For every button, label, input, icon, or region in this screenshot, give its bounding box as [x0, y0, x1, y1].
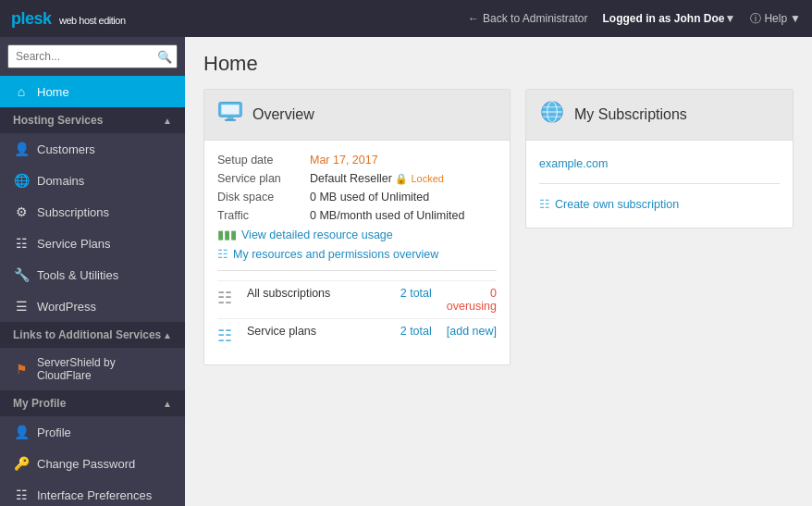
topbar-right: ← Back to Administrator Logged in as Joh…	[468, 11, 801, 27]
chevron-up-icon-2: ▲	[163, 330, 172, 340]
chevron-up-icon: ▲	[163, 116, 172, 126]
list-check-icon: ☷	[217, 247, 228, 261]
disk-space-row: Disk space 0 MB used of Unlimited	[217, 191, 497, 204]
example-com-link[interactable]: example.com	[539, 154, 780, 174]
sidebar-section-hosting[interactable]: Hosting Services ▲	[0, 107, 185, 133]
stat-count-service-plans[interactable]: 2 total	[400, 325, 432, 338]
svg-rect-1	[221, 105, 239, 115]
main-layout: 🔍 ⌂ Home Hosting Services ▲ 👤 Customers …	[0, 37, 812, 506]
sidebar-item-servershield[interactable]: ⚑ ServerShield by CloudFlare	[0, 348, 185, 390]
sidebar-search-area: 🔍	[0, 37, 185, 76]
service-plans-stat-icon: ☷	[217, 326, 240, 346]
stat-overusing-area: 0 overusing	[447, 287, 497, 313]
subscriptions-globe-icon	[539, 99, 565, 130]
sidebar-item-service-plans[interactable]: ☷ Service Plans	[0, 228, 185, 259]
setup-date-row: Setup date Mar 17, 2017	[217, 154, 497, 167]
create-sub-icon: ☷	[539, 197, 550, 211]
subscriptions-stat-icon: ☷	[217, 288, 240, 308]
back-to-admin-link[interactable]: ← Back to Administrator	[468, 12, 587, 25]
brand-area: plesk web host edition	[11, 9, 126, 29]
sidebar-item-home[interactable]: ⌂ Home	[0, 76, 185, 107]
svg-rect-3	[225, 119, 236, 121]
user-icon: 👤	[13, 425, 30, 439]
home-icon: ⌂	[13, 84, 30, 99]
sidebar-item-profile[interactable]: 👤 Profile	[0, 416, 185, 448]
sidebar-item-wordpress[interactable]: ☰ WordPress	[0, 290, 185, 322]
bar-chart-icon: ▮▮▮	[217, 228, 237, 241]
create-subscription-link[interactable]: ☷ Create own subscription	[539, 193, 780, 215]
overview-panel-header: Overview	[204, 90, 510, 141]
overusing-count: 0	[447, 287, 497, 300]
sidebar-section-profile[interactable]: My Profile ▲	[0, 390, 185, 416]
stat-label-service-plans: Service plans	[247, 325, 393, 338]
sidebar: 🔍 ⌂ Home Hosting Services ▲ 👤 Customers …	[0, 37, 185, 506]
subscriptions-panel-header: My Subscriptions	[526, 90, 793, 141]
divider	[217, 270, 497, 271]
service-plan-row: Service plan Default Reseller 🔒 Locked	[217, 172, 497, 185]
sidebar-item-domains[interactable]: 🌐 Domains	[0, 165, 185, 196]
help-link[interactable]: ⓘ Help▼	[750, 11, 801, 27]
monitor-icon	[217, 99, 243, 130]
wordpress-icon: ☰	[13, 299, 30, 314]
gear-icon: ⚙	[13, 204, 30, 219]
content-area: Home Overview	[185, 37, 812, 506]
setup-date-value: Mar 17, 2017	[310, 154, 378, 167]
service-plan-label: Service plan	[217, 172, 310, 185]
subscription-divider	[539, 183, 780, 184]
sidebar-item-tools-utilities[interactable]: 🔧 Tools & Utilities	[0, 259, 185, 290]
sidebar-item-subscriptions[interactable]: ⚙ Subscriptions	[0, 196, 185, 228]
sidebar-item-customers[interactable]: 👤 Customers	[0, 133, 185, 165]
grid-icon: ☷	[13, 487, 30, 502]
panels-container: Overview Setup date Mar 17, 2017 Service…	[203, 89, 794, 365]
edition-label: web host edition	[59, 15, 126, 26]
key-icon: 🔑	[13, 456, 30, 471]
traffic-row: Traffic 0 MB/month used of Unlimited	[217, 209, 497, 222]
username[interactable]: John Doe	[674, 12, 725, 25]
page-title: Home	[203, 52, 794, 76]
tools-icon: 🔧	[13, 267, 30, 282]
stat-count-subscriptions[interactable]: 2 total	[400, 287, 432, 300]
svg-rect-2	[228, 117, 234, 119]
search-input[interactable]	[7, 44, 178, 68]
traffic-label: Traffic	[217, 209, 310, 222]
service-plan-value: Default Reseller 🔒 Locked	[310, 172, 444, 185]
subscriptions-title: My Subscriptions	[574, 106, 687, 123]
chevron-up-icon-3: ▲	[163, 399, 172, 409]
sidebar-item-interface-prefs[interactable]: ☷ Interface Preferences	[0, 479, 185, 506]
back-arrow-icon: ←	[468, 12, 479, 25]
person-icon: 👤	[13, 142, 30, 156]
locked-badge: 🔒 Locked	[395, 173, 444, 184]
logged-in-label: Logged in as John Doe▼	[603, 12, 736, 25]
add-new-link[interactable]: [add new]	[447, 325, 497, 338]
subscriptions-body: example.com ☷ Create own subscription	[526, 141, 793, 228]
setup-date-label: Setup date	[217, 154, 310, 167]
overusing-label: overusing	[447, 300, 497, 313]
overview-panel: Overview Setup date Mar 17, 2017 Service…	[203, 89, 511, 365]
search-wrapper: 🔍	[7, 44, 178, 68]
help-circle-icon: ⓘ	[750, 11, 761, 27]
shield-icon: ⚑	[13, 362, 30, 376]
subscriptions-panel: My Subscriptions example.com ☷ Create ow…	[525, 89, 794, 228]
overview-body: Setup date Mar 17, 2017 Service plan Def…	[204, 141, 510, 364]
stat-row-service-plans: ☷ Service plans 2 total [add new]	[217, 318, 497, 352]
topbar: plesk web host edition ← Back to Adminis…	[0, 0, 812, 37]
traffic-value: 0 MB/month used of Unlimited	[310, 209, 464, 222]
plesk-logo: plesk web host edition	[11, 9, 126, 29]
stat-label-subscriptions: All subscriptions	[247, 287, 393, 300]
sidebar-section-links[interactable]: Links to Additional Services ▲	[0, 322, 185, 348]
list-icon: ☷	[13, 236, 30, 251]
sidebar-item-change-password[interactable]: 🔑 Change Password	[0, 448, 185, 479]
stat-row-subscriptions: ☷ All subscriptions 2 total 0 overusing	[217, 280, 497, 318]
disk-space-label: Disk space	[217, 191, 310, 204]
disk-space-value: 0 MB used of Unlimited	[310, 191, 429, 204]
resources-link[interactable]: ☷ My resources and permissions overview	[217, 247, 497, 261]
globe-icon: 🌐	[13, 173, 30, 188]
search-button[interactable]: 🔍	[157, 50, 172, 64]
view-usage-link[interactable]: ▮▮▮ View detailed resource usage	[217, 228, 497, 241]
overview-title: Overview	[252, 106, 314, 123]
